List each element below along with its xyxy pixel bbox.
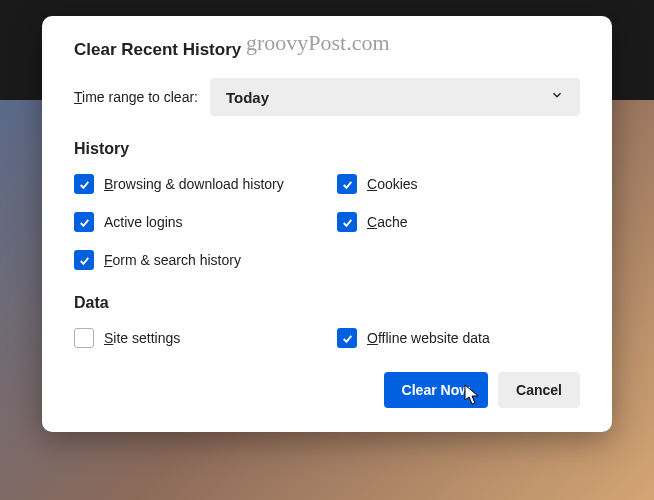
- checkbox-label: Site settings: [104, 330, 180, 346]
- checkbox-icon: [74, 212, 94, 232]
- checkbox-cache[interactable]: Cache: [337, 212, 580, 232]
- checkbox-label: Form & search history: [104, 252, 241, 268]
- dialog-buttons: Clear Now Cancel: [74, 372, 580, 408]
- checkbox-site-settings[interactable]: Site settings: [74, 328, 317, 348]
- checkbox-label: Cookies: [367, 176, 418, 192]
- dropdown-value: Today: [226, 89, 269, 106]
- checkbox-label: Browsing & download history: [104, 176, 284, 192]
- time-range-label: Time range to clear:: [74, 89, 198, 105]
- checkbox-label: Cache: [367, 214, 407, 230]
- history-checkboxes: Browsing & download history Cookies Acti…: [74, 174, 580, 270]
- checkbox-label: Active logins: [104, 214, 183, 230]
- checkbox-icon: [337, 212, 357, 232]
- checkbox-form-search[interactable]: Form & search history: [74, 250, 317, 270]
- clear-history-dialog: Clear Recent History Time range to clear…: [42, 16, 612, 432]
- checkbox-icon: [337, 328, 357, 348]
- checkbox-browsing[interactable]: Browsing & download history: [74, 174, 317, 194]
- checkbox-icon: [74, 328, 94, 348]
- cancel-button[interactable]: Cancel: [498, 372, 580, 408]
- data-checkboxes: Site settings Offline website data: [74, 328, 580, 348]
- time-range-dropdown[interactable]: Today: [210, 78, 580, 116]
- checkbox-offline-data[interactable]: Offline website data: [337, 328, 580, 348]
- checkbox-icon: [337, 174, 357, 194]
- dialog-title: Clear Recent History: [74, 40, 580, 60]
- checkbox-icon: [74, 250, 94, 270]
- checkbox-icon: [74, 174, 94, 194]
- data-section-title: Data: [74, 294, 580, 312]
- clear-now-button[interactable]: Clear Now: [384, 372, 488, 408]
- checkbox-cookies[interactable]: Cookies: [337, 174, 580, 194]
- history-section-title: History: [74, 140, 580, 158]
- time-range-row: Time range to clear: Today: [74, 78, 580, 116]
- checkbox-label: Offline website data: [367, 330, 490, 346]
- chevron-down-icon: [550, 88, 564, 106]
- checkbox-active-logins[interactable]: Active logins: [74, 212, 317, 232]
